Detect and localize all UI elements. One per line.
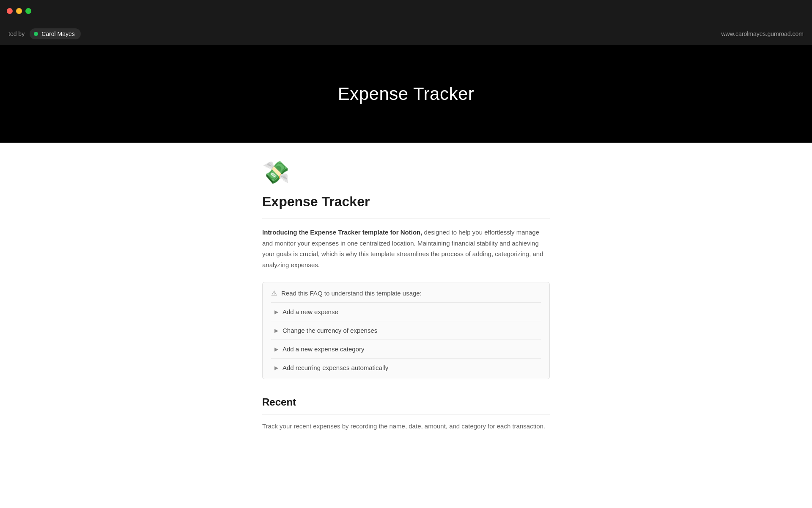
close-button[interactable] xyxy=(7,8,13,14)
faq-label-1: Add a new expense xyxy=(283,308,338,315)
faq-item-1[interactable]: ▶ Add a new expense xyxy=(271,303,541,321)
faq-item-4[interactable]: ▶ Add recurring expenses automatically xyxy=(271,359,541,372)
traffic-lights xyxy=(7,8,31,14)
faq-box: ⚠ Read this FAQ to understand this templ… xyxy=(262,282,550,379)
created-by-text: ted by xyxy=(8,30,25,37)
hero-title: Expense Tracker xyxy=(338,84,475,104)
faq-label-3: Add a new expense category xyxy=(283,345,364,353)
faq-item-3[interactable]: ▶ Add a new expense category xyxy=(271,340,541,359)
intro-paragraph: Introducing the Expense Tracker template… xyxy=(262,227,550,270)
page-icon: 💸 xyxy=(262,160,550,185)
intro-bold: Introducing the Expense Tracker template… xyxy=(262,229,422,236)
faq-arrow-2: ▶ xyxy=(274,328,278,334)
faq-label-2: Change the currency of expenses xyxy=(283,327,377,334)
author-status-dot xyxy=(34,32,38,36)
top-bar: ted by Carol Mayes www.carolmayes.gumroa… xyxy=(0,22,812,45)
author-badge[interactable]: Carol Mayes xyxy=(30,28,81,39)
minimize-button[interactable] xyxy=(16,8,22,14)
recent-divider xyxy=(262,414,550,414)
website-url: www.carolmayes.gumroad.com xyxy=(721,30,804,37)
hero-banner: Expense Tracker xyxy=(0,45,812,143)
warning-icon: ⚠ xyxy=(271,289,277,297)
title-divider xyxy=(262,218,550,218)
faq-arrow-1: ▶ xyxy=(274,309,278,315)
window-chrome xyxy=(0,0,812,22)
faq-label-4: Add recurring expenses automatically xyxy=(283,364,388,371)
recent-description: Track your recent expenses by recording … xyxy=(262,421,550,431)
page-title: Expense Tracker xyxy=(262,194,550,210)
author-name: Carol Mayes xyxy=(41,30,75,37)
faq-header-text: Read this FAQ to understand this templat… xyxy=(281,290,422,297)
faq-item-2[interactable]: ▶ Change the currency of expenses xyxy=(271,321,541,340)
faq-arrow-3: ▶ xyxy=(274,346,278,352)
faq-header: ⚠ Read this FAQ to understand this templ… xyxy=(271,289,541,297)
maximize-button[interactable] xyxy=(25,8,31,14)
faq-arrow-4: ▶ xyxy=(274,365,278,371)
recent-section-title: Recent xyxy=(262,396,550,408)
page-content: 💸 Expense Tracker Introducing the Expens… xyxy=(254,143,558,457)
